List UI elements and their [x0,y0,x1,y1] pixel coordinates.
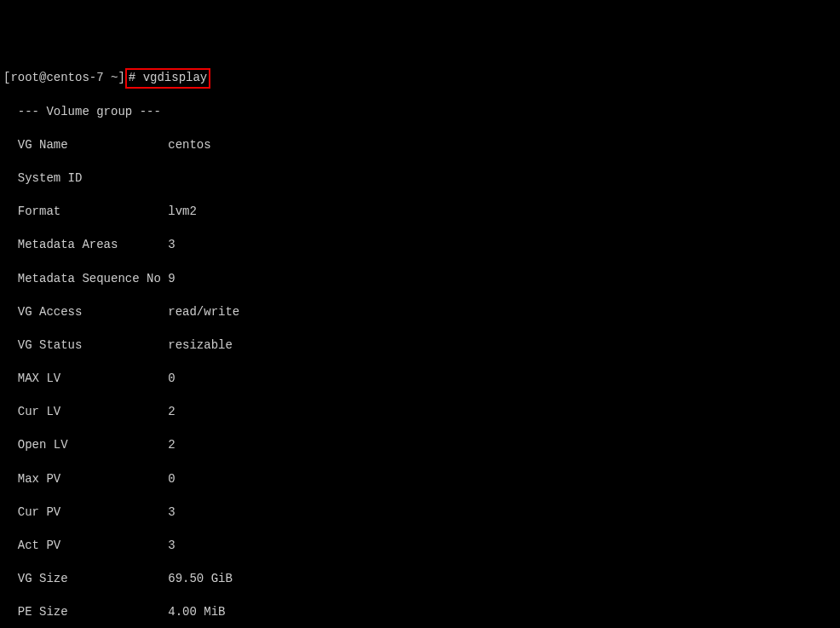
vg-cur-pv-row: Cur PV 3 [3,504,837,521]
vg-max-lv-row: MAX LV 0 [3,371,837,388]
vg-header: --- Volume group --- [3,104,837,121]
vg-name-row: VG Name centos [3,137,837,154]
terminal-output[interactable]: [root@centos-7 ~]# vgdisplay --- Volume … [3,70,837,628]
vg-act-pv-row: Act PV 3 [3,538,837,555]
vg-size-row: VG Size 69.50 GiB [3,571,837,588]
vg-open-lv-row: Open LV 2 [3,437,837,454]
vg-access-row: VG Access read/write [3,304,837,321]
command-vgdisplay: vgdisplay [135,71,207,84]
vg-cur-lv-row: Cur LV 2 [3,404,837,421]
vg-meta-seq-row: Metadata Sequence No 9 [3,271,837,288]
vg-pe-size-row: PE Size 4.00 MiB [3,604,837,621]
command-highlight-vgdisplay: # vgdisplay [125,68,210,89]
vg-meta-areas-row: Metadata Areas 3 [3,237,837,254]
shell-prompt: [root@centos-7 ~] [3,71,125,84]
vg-format-row: Format lvm2 [3,204,837,221]
vg-status-row: VG Status resizable [3,337,837,354]
vg-sysid-row: System ID [3,170,837,187]
vg-max-pv-row: Max PV 0 [3,471,837,488]
